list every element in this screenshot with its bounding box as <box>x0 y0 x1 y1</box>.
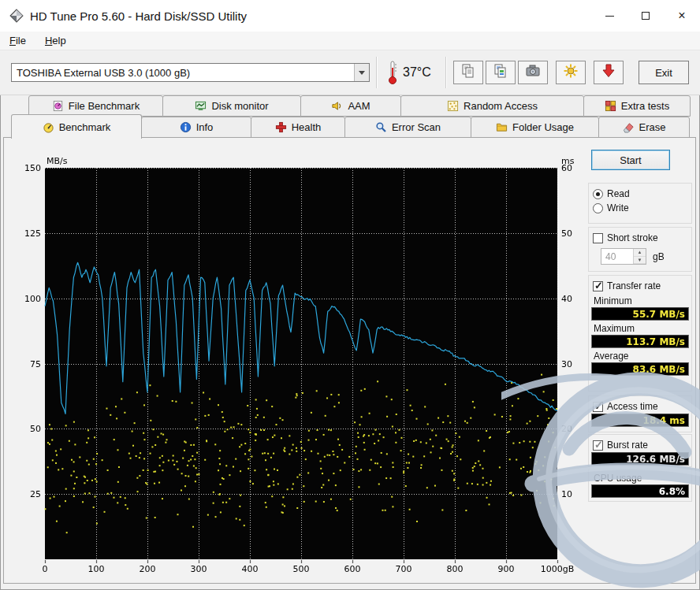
drive-select-value: TOSHIBA External USB 3.0 (1000 gB) <box>12 67 354 79</box>
tab-label: Error Scan <box>392 121 441 133</box>
checkbox-short-stroke[interactable]: Short stroke <box>591 231 689 245</box>
checkbox-burst-rate[interactable]: Burst rate <box>591 438 689 452</box>
transfer-rate-group: Transfer rate Minimum 55.7 MB/s Maximum … <box>588 275 692 391</box>
burst-rate-label: Burst rate <box>607 440 648 451</box>
app-window: HD Tune Pro 5.60 - Hard Disk/SSD Utility… <box>0 0 700 590</box>
options-icon <box>563 63 579 82</box>
short-stroke-label: Short stroke <box>607 232 658 243</box>
tab-aam[interactable]: AAM <box>300 95 401 117</box>
options-button[interactable] <box>556 61 586 84</box>
error-scan-magnifier-icon <box>375 121 387 133</box>
short-stroke-group: Short stroke 40 ▲ ▼ gB <box>588 227 692 272</box>
cpu-usage-label: CPU usage <box>591 473 689 484</box>
copy-text-button[interactable] <box>453 61 483 84</box>
short-stroke-value: 40 <box>601 249 633 264</box>
thermometer-icon <box>384 58 401 87</box>
radio-read-label: Read <box>607 188 630 199</box>
tab-disk-monitor[interactable]: Disk monitor <box>162 95 301 117</box>
radio-write[interactable]: Write <box>591 201 689 215</box>
short-stroke-input[interactable]: 40 ▲ ▼ <box>601 248 646 265</box>
health-cross-icon <box>275 121 287 133</box>
mode-group: Read Write <box>588 183 692 224</box>
minimum-label: Minimum <box>591 293 689 307</box>
file-benchmark-icon <box>52 100 64 112</box>
toolbar-separator <box>445 57 447 88</box>
folder-icon <box>496 121 508 133</box>
access-time-label: Access time <box>607 401 658 412</box>
burst-rate-group: Burst rate 126.6 MB/s <box>588 434 692 467</box>
tab-folder-usage[interactable]: Folder Usage <box>471 117 599 138</box>
copy-image-icon <box>493 63 508 82</box>
checkbox-transfer-rate-icon <box>593 281 603 291</box>
radio-write-icon <box>593 203 603 213</box>
cpu-usage-group: CPU usage 6.8% <box>588 469 692 502</box>
tab-benchmark[interactable]: Benchmark <box>11 114 142 139</box>
cpu-usage-value: 6.8% <box>591 484 689 498</box>
menu-item-help[interactable]: Help <box>45 35 66 46</box>
info-icon <box>180 121 192 133</box>
tab-label: File Benchmark <box>69 100 140 112</box>
start-button[interactable]: Start <box>591 150 670 170</box>
average-label: Average <box>591 348 689 362</box>
aam-speaker-icon <box>331 100 343 112</box>
tab-file-benchmark[interactable]: File Benchmark <box>28 95 163 117</box>
checkbox-access-time-icon <box>593 402 603 412</box>
menu-item-file[interactable]: File <box>9 35 26 46</box>
spinner-up-icon[interactable]: ▲ <box>634 249 646 257</box>
tab-label: Health <box>292 121 322 133</box>
toolbar-separator <box>376 57 378 88</box>
tab-random-access[interactable]: Random Access <box>400 95 584 117</box>
benchmark-gauge-icon <box>43 121 54 133</box>
average-value: 83.6 MB/s <box>591 362 689 376</box>
tab-error-scan[interactable]: Error Scan <box>344 117 471 138</box>
screenshot-button[interactable] <box>518 61 548 84</box>
tab-label: Disk monitor <box>211 100 268 112</box>
benchmark-controls: Start Read Write Short stroke 40 ▲ <box>586 0 694 590</box>
checkbox-transfer-rate[interactable]: Transfer rate <box>591 279 689 293</box>
burst-rate-value: 126.6 MB/s <box>591 452 689 466</box>
tab-label: AAM <box>348 100 370 112</box>
chevron-down-icon[interactable] <box>354 64 369 81</box>
tab-label: Benchmark <box>59 121 111 133</box>
copy-text-icon <box>460 63 476 82</box>
tab-health[interactable]: Health <box>251 117 345 138</box>
copy-image-button[interactable] <box>486 61 516 84</box>
window-title: HD Tune Pro 5.60 - Hard Disk/SSD Utility <box>30 9 247 23</box>
benchmark-chart <box>11 154 588 581</box>
transfer-rate-label: Transfer rate <box>607 280 661 291</box>
minimum-value: 55.7 MB/s <box>591 307 689 321</box>
checkbox-access-time[interactable]: Access time <box>591 399 689 414</box>
spinner-down-icon[interactable]: ▼ <box>634 257 646 265</box>
radio-read-icon <box>593 189 603 199</box>
access-time-value: 18.4 ms <box>591 414 689 427</box>
maximum-label: Maximum <box>591 321 689 335</box>
radio-write-label: Write <box>607 202 629 213</box>
checkbox-short-stroke-icon <box>593 233 603 243</box>
maximum-value: 113.7 MB/s <box>591 335 689 348</box>
checkbox-burst-rate-icon <box>593 440 603 451</box>
drive-select[interactable]: TOSHIBA External USB 3.0 (1000 gB) <box>11 63 370 82</box>
access-time-group: Access time 18.4 ms <box>588 395 692 432</box>
short-stroke-unit-label: gB <box>653 251 665 262</box>
camera-icon <box>525 63 541 82</box>
start-button-label: Start <box>620 154 641 166</box>
tab-label: Info <box>196 121 214 133</box>
tab-info[interactable]: Info <box>141 117 251 138</box>
radio-read[interactable]: Read <box>591 187 689 201</box>
tab-label: Random Access <box>464 100 538 112</box>
disk-monitor-icon <box>195 100 207 112</box>
app-icon <box>9 9 24 23</box>
tab-label: Folder Usage <box>512 121 574 133</box>
random-access-icon <box>447 100 459 112</box>
temperature-readout: 37°C <box>403 65 431 80</box>
